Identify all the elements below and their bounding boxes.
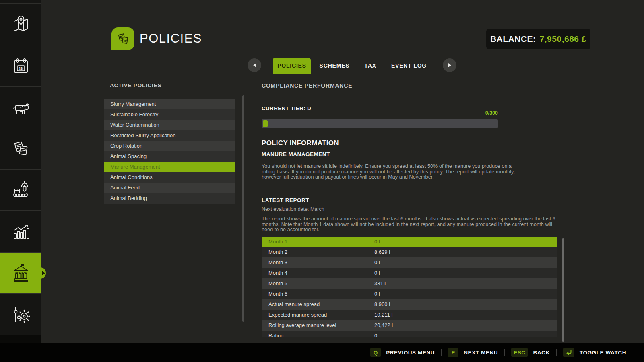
tab[interactable]: SCHEMES xyxy=(314,58,355,74)
cow-icon xyxy=(10,97,31,118)
row-label: Month 3 xyxy=(268,257,287,268)
map-icon xyxy=(10,14,31,35)
list-item[interactable]: Animal Bedding xyxy=(104,193,235,204)
policy-label: Animal Feed xyxy=(110,185,140,191)
policy-label: Sustainable Forestry xyxy=(110,111,158,117)
policy-label: Animal Bedding xyxy=(110,195,147,201)
balance-value: 7,950,686 £ xyxy=(540,34,586,44)
latest-report-heading: LATEST REPORT xyxy=(262,197,309,203)
sidebar-item-partial xyxy=(0,0,41,3)
hint-toggle-watch[interactable]: TOGGLE WATCH xyxy=(563,348,626,357)
tab-label: POLICIES xyxy=(277,62,306,69)
policy-label: Animal Spacing xyxy=(110,153,147,159)
row-value: 0 xyxy=(374,331,377,337)
current-tier-label: CURRENT TIER: D xyxy=(262,105,311,111)
key-q-badge: Q xyxy=(370,348,381,357)
row-label: Expected manure spread xyxy=(268,310,327,320)
row-label: Month 4 xyxy=(268,268,287,278)
table-row[interactable]: Month 6 0 l xyxy=(262,289,557,299)
balance-display: BALANCE: 7,950,686 £ xyxy=(486,29,590,49)
row-label: Month 5 xyxy=(268,278,287,289)
documents-icon xyxy=(10,138,31,159)
list-item[interactable]: Animal Spacing xyxy=(104,151,235,162)
compliance-progress-bar xyxy=(262,119,498,128)
sidebar-item-finances[interactable] xyxy=(0,253,41,293)
tab-label: EVENT LOG xyxy=(391,62,427,69)
policy-list: Slurry ManagementSustainable ForestryWat… xyxy=(104,99,235,204)
sidebar-item-map[interactable] xyxy=(0,4,41,45)
tab-label: SCHEMES xyxy=(320,62,350,69)
key-e-badge: E xyxy=(448,348,458,357)
hint-label: PREVIOUS MENU xyxy=(386,350,435,356)
tab[interactable]: EVENT LOG xyxy=(387,58,431,74)
row-label: Month 1 xyxy=(268,237,287,247)
list-item[interactable]: Manure Management xyxy=(104,162,235,172)
report-table-scrollbar[interactable] xyxy=(562,238,564,342)
tab-label: TAX xyxy=(364,62,376,69)
list-item[interactable]: Sustainable Forestry xyxy=(104,109,235,120)
sidebar-item-statistics[interactable] xyxy=(0,211,41,252)
sidebar-item-animals[interactable] xyxy=(0,87,41,128)
row-value: 331 l xyxy=(374,278,386,289)
hint-next-menu[interactable]: E NEXT MENU xyxy=(448,348,498,357)
active-policies-heading: ACTIVE POLICIES xyxy=(110,82,161,88)
list-item[interactable]: Animal Conditions xyxy=(104,172,235,183)
sidebar-item-contracts[interactable] xyxy=(0,128,41,169)
chart-icon xyxy=(10,221,31,242)
row-value: 10,211 l xyxy=(374,310,392,320)
sidebar-item-settings[interactable] xyxy=(0,294,41,335)
list-item[interactable]: Restricted Slurry Application xyxy=(104,130,235,141)
tab-underline xyxy=(100,74,605,74)
divider xyxy=(441,349,442,356)
table-row[interactable]: Month 2 8,629 l xyxy=(262,247,557,257)
report-description: The report shows the amount of manure sp… xyxy=(262,216,560,233)
table-row[interactable]: Rolling average manure level 20,422 l xyxy=(262,320,557,331)
sidebar-item-production[interactable] xyxy=(0,170,41,210)
policy-label: Animal Conditions xyxy=(110,174,153,180)
next-evaluation-date: Next evaluation date: March xyxy=(262,206,324,212)
balance-label: BALANCE: xyxy=(490,34,536,44)
list-item[interactable]: Slurry Management xyxy=(104,99,235,109)
table-row[interactable]: Month 3 0 l xyxy=(262,257,557,268)
enter-icon xyxy=(563,348,574,357)
table-row[interactable]: Expected manure spread 10,211 l xyxy=(262,310,557,320)
policy-label: Restricted Slurry Application xyxy=(110,132,176,138)
hint-label: TOGGLE WATCH xyxy=(580,350,626,356)
row-value: 8,960 l xyxy=(374,299,390,310)
policy-list-scrollbar[interactable] xyxy=(242,95,244,322)
hint-label: BACK xyxy=(533,350,549,356)
policy-label: Water Contamination xyxy=(110,122,159,128)
hint-back[interactable]: ESC BACK xyxy=(511,348,550,357)
hint-label: NEXT MENU xyxy=(464,350,498,356)
policies-page-icon xyxy=(111,27,134,50)
report-table: Month 1 0 l Month 2 8,629 l Month 3 0 l … xyxy=(262,237,557,337)
tab[interactable]: POLICIES xyxy=(273,58,311,74)
list-item[interactable]: Animal Feed xyxy=(104,183,235,193)
tab[interactable]: TAX xyxy=(358,58,382,74)
tab-bar: POLICIESSCHEMESTAXEVENT LOG xyxy=(0,58,644,74)
row-label: Month 6 xyxy=(268,289,287,299)
production-icon xyxy=(10,180,31,201)
policy-name-subheading: MANURE MANAGEMENT xyxy=(262,151,330,157)
settings-icon xyxy=(10,304,31,325)
row-label: Rating xyxy=(268,331,284,337)
policy-label: Crop Rotation xyxy=(110,143,142,149)
row-value: 20,422 l xyxy=(374,320,393,331)
table-row[interactable]: Actual manure spread 8,960 l xyxy=(262,299,557,310)
table-row[interactable]: Month 5 331 l xyxy=(262,278,557,289)
row-label: Month 2 xyxy=(268,247,287,257)
divider xyxy=(0,335,41,335)
list-item[interactable]: Crop Rotation xyxy=(104,141,235,151)
row-value: 0 l xyxy=(374,268,380,278)
policy-label: Manure Management xyxy=(110,164,160,170)
table-row[interactable]: Month 4 0 l xyxy=(262,268,557,278)
row-value: 0 l xyxy=(374,289,380,299)
sidebar-item-calendar[interactable]: 15 xyxy=(0,45,41,86)
table-row[interactable]: Rating 0 xyxy=(262,331,557,337)
divider xyxy=(556,349,557,356)
hint-previous-menu[interactable]: Q PREVIOUS MENU xyxy=(370,348,435,357)
table-row[interactable]: Month 1 0 l xyxy=(262,237,557,247)
list-item[interactable]: Water Contamination xyxy=(104,120,235,130)
row-value: 0 l xyxy=(374,257,380,268)
footer-bar: Q PREVIOUS MENU E NEXT MENU ESC BACK TOG… xyxy=(0,343,644,362)
